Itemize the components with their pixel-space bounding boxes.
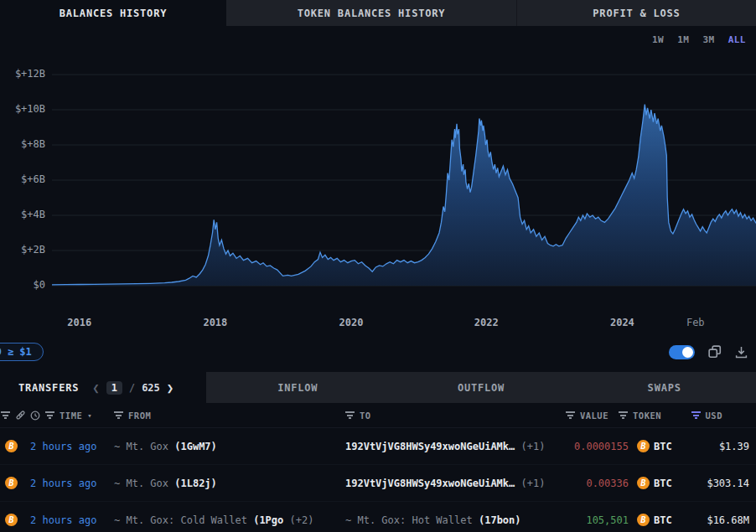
x-axis-tick-label: Feb [686,317,705,328]
transfers-table-header: TIME ▾ FROM TO VALUE TOKEN USD [0,403,756,428]
from-tag: (1GwM7) [174,441,217,452]
chain-link-icon [15,410,26,421]
tab-outflow[interactable]: OUTFLOW [390,372,573,403]
tab-swaps[interactable]: SWAPS [572,372,756,403]
token-cell[interactable]: BBTC [630,440,682,452]
range-all-button[interactable]: ALL [728,34,746,45]
from-entity: ~ Mt. Gox: Cold Wallet [114,514,253,526]
token-symbol: BTC [654,441,672,452]
time-range-selector: 1W 1M 3M ALL [0,26,756,50]
token-cell[interactable]: BBTC [630,477,682,489]
column-time[interactable]: TIME [60,411,82,421]
chart-display-toggle[interactable] [669,345,695,359]
filter-icon[interactable] [45,411,54,419]
usd-filter-chip[interactable]: USD ≥ $1 [0,343,44,361]
prev-page-button[interactable]: ❮ [92,381,99,395]
download-icon[interactable] [735,346,748,359]
tab-label: TOKEN BALANCES HISTORY [298,8,446,19]
balances-dashboard: BALANCES HISTORY TOKEN BALANCES HISTORY … [0,0,756,532]
token-cell[interactable]: BBTC [630,514,682,526]
y-axis: $+12B$+10B$+8B$+6B$+4B$+2B$0 [0,50,45,314]
transfers-tab-label[interactable]: TRANSFERS [18,382,79,394]
x-axis: 20162018202020222024Feb [52,314,756,332]
column-usd: USD [706,411,722,421]
filter-icon[interactable] [1,411,10,419]
transfer-value: 105,501 [586,514,629,526]
chart-controls-row: USD ≥ $1 [0,332,756,372]
pagination: ❮ 1 / 625 ❯ [92,381,173,395]
token-symbol: BTC [654,478,672,489]
tab-token-balances-history[interactable]: TOKEN BALANCES HISTORY [226,0,516,26]
usd-value: $1.39 [719,441,749,452]
x-axis-tick-label: 2016 [67,317,91,328]
from-entity: ~ Mt. Gox [114,441,174,452]
chart-area-fill [52,105,756,286]
clock-icon [30,411,40,421]
bitcoin-chain-icon: B [5,440,18,452]
tab-balances-history[interactable]: BALANCES HISTORY [0,0,226,26]
usd-value: $16.68M [707,514,749,526]
transfer-value: 0.00336 [586,478,629,489]
to-tag: (17bon) [479,514,521,526]
copy-icon[interactable] [708,345,722,359]
tab-profit-and-loss[interactable]: PROFIT & LOSS [516,0,756,26]
transfer-time-link[interactable]: 2 hours ago [30,478,96,489]
btc-token-icon: B [637,514,650,526]
sort-caret-icon[interactable]: ▾ [87,411,92,420]
from-extra: (+2) [283,514,313,526]
transfer-value: 0.0000155 [574,441,629,452]
to-addr: 192VtVjVG8HWSy49xwoNGeUiAMk… [345,441,515,452]
x-axis-tick-label: 2020 [339,317,364,328]
range-3m-button[interactable]: 3M [702,34,714,45]
to-address[interactable]: ~ Mt. Gox: Hot Wallet (17bon) [345,514,560,526]
y-axis-tick-label: $+6B [0,173,45,185]
balance-area-chart[interactable] [52,50,756,314]
total-pages: 625 [142,382,160,394]
current-page: 1 [106,381,122,395]
y-axis-tick-label: $0 [0,279,45,291]
from-tag: (1Pgo [253,514,283,526]
range-1m-button[interactable]: 1M [677,34,689,45]
bitcoin-chain-icon: B [5,477,18,489]
from-tag: (1L82j) [174,478,217,489]
y-axis-tick-label: $+12B [0,68,45,80]
from-address[interactable]: ~ Mt. Gox (1L82j) [114,478,345,489]
page-separator: / [129,382,135,394]
to-address[interactable]: 192VtVjVG8HWSy49xwoNGeUiAMk… (+1) [345,441,560,452]
balances-chart-panel: 1W 1M 3M ALL $+12B$+10B$+8B$+6B$+4B$+2B$… [0,26,756,332]
usd-value: $303.14 [707,478,749,489]
transfer-row[interactable]: B2 hours ago~ Mt. Gox (1L82j)192VtVjVG8H… [0,465,756,502]
to-extra: (+1) [515,478,545,489]
filter-icon[interactable] [566,411,575,419]
filter-icon[interactable] [619,411,628,419]
to-address[interactable]: 192VtVjVG8HWSy49xwoNGeUiAMk… (+1) [345,478,560,489]
transfer-row[interactable]: B2 hours ago~ Mt. Gox: Cold Wallet (1Pgo… [0,502,756,532]
from-address[interactable]: ~ Mt. Gox: Cold Wallet (1Pgo (+2) [114,514,345,526]
transfer-time-link[interactable]: 2 hours ago [30,441,96,452]
tab-inflow[interactable]: INFLOW [206,372,390,403]
range-1w-button[interactable]: 1W [652,34,664,45]
transfer-row[interactable]: B2 hours ago~ Mt. Gox (1GwM7)192VtVjVG8H… [0,428,756,465]
to-addr: 192VtVjVG8HWSy49xwoNGeUiAMk… [345,478,515,489]
filter-icon-active[interactable] [691,411,701,419]
btc-token-icon: B [637,477,650,489]
filter-icon[interactable] [114,411,123,419]
column-token: TOKEN [633,411,661,421]
tab-label: BALANCES HISTORY [60,8,167,19]
from-entity: ~ Mt. Gox [114,478,174,489]
x-axis-tick-label: 2018 [203,317,227,328]
tab-transfers[interactable]: TRANSFERS ❮ 1 / 625 ❯ [0,372,206,403]
y-axis-tick-label: $+2B [0,244,45,256]
filter-icon[interactable] [345,411,355,419]
to-extra: (+1) [515,441,545,452]
y-axis-tick-label: $+4B [0,209,45,220]
view-tabs: BALANCES HISTORY TOKEN BALANCES HISTORY … [0,0,756,26]
transfers-tab-strip: TRANSFERS ❮ 1 / 625 ❯ INFLOW OUTFLOW SWA… [0,372,756,403]
x-axis-tick-label: 2024 [610,317,634,328]
column-from: FROM [128,411,151,421]
transfer-time-link[interactable]: 2 hours ago [30,514,96,526]
next-page-button[interactable]: ❯ [167,381,173,395]
column-value: VALUE [580,411,608,421]
token-symbol: BTC [654,514,672,526]
from-address[interactable]: ~ Mt. Gox (1GwM7) [114,441,345,452]
